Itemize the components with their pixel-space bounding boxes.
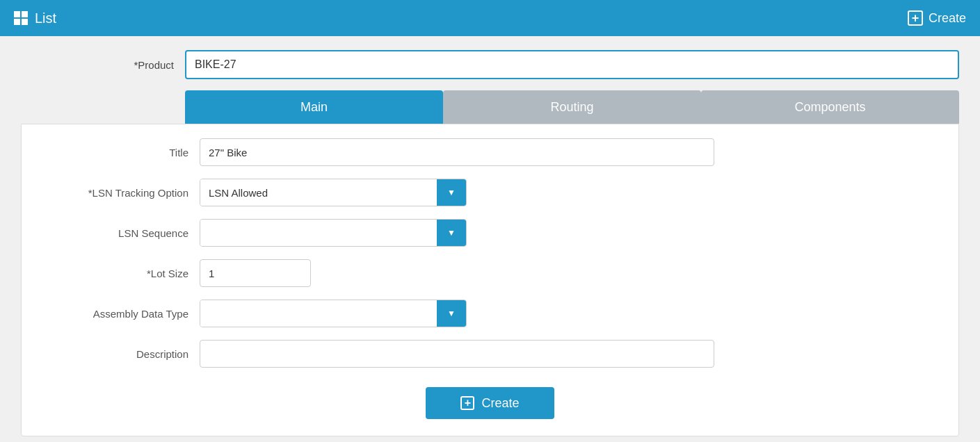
list-label: List (35, 10, 56, 26)
create-button[interactable]: + Create (426, 387, 554, 419)
lsn-tracking-value: LSN Allowed (200, 179, 437, 206)
create-plus-icon: + (460, 396, 474, 410)
create-button-label: Create (481, 396, 519, 411)
tabs-and-form: Main Routing Components Title *LSN Track… (21, 90, 959, 436)
description-input[interactable] (200, 340, 714, 368)
lot-size-row: *Lot Size (22, 259, 958, 287)
toolbar: List + Create (0, 0, 980, 36)
lsn-sequence-select[interactable] (200, 219, 467, 247)
lsn-sequence-value (200, 220, 437, 246)
assembly-data-type-select[interactable] (200, 300, 467, 327)
title-input[interactable] (200, 138, 714, 166)
toolbar-create-button[interactable]: + Create (908, 10, 966, 26)
assembly-data-type-label: Assembly Data Type (35, 308, 188, 320)
assembly-data-type-dropdown-icon[interactable] (437, 300, 466, 327)
lsn-tracking-select[interactable]: LSN Allowed (200, 179, 467, 206)
description-row: Description (22, 340, 958, 368)
lot-size-input[interactable] (200, 259, 311, 287)
description-label: Description (35, 348, 188, 360)
lsn-tracking-label: *LSN Tracking Option (35, 187, 188, 199)
lsn-sequence-label: LSN Sequence (35, 227, 188, 239)
assembly-data-type-value (200, 300, 437, 327)
tab-main[interactable]: Main (185, 90, 443, 124)
create-button-row: + Create (22, 380, 958, 422)
tab-routing[interactable]: Routing (443, 90, 701, 124)
list-nav[interactable]: List (14, 10, 56, 26)
tab-components[interactable]: Components (701, 90, 959, 124)
title-label: Title (35, 147, 188, 158)
form-section: Title *LSN Tracking Option LSN Allowed L… (21, 124, 959, 436)
toolbar-plus-icon: + (908, 10, 923, 26)
assembly-data-type-row: Assembly Data Type (22, 300, 958, 327)
product-label: *Product (21, 59, 174, 71)
lsn-sequence-dropdown-icon[interactable] (437, 220, 466, 246)
toolbar-create-label: Create (929, 11, 966, 26)
lot-size-label: *Lot Size (35, 268, 188, 279)
lsn-tracking-dropdown-icon[interactable] (437, 179, 466, 206)
product-input[interactable] (185, 50, 959, 79)
content-area: *Product Main Routing Components Title (0, 36, 980, 442)
lsn-tracking-row: *LSN Tracking Option LSN Allowed (22, 179, 958, 206)
product-row: *Product (21, 50, 959, 79)
grid-icon (14, 11, 28, 25)
tabs-container: Main Routing Components (185, 90, 959, 124)
lsn-sequence-row: LSN Sequence (22, 219, 958, 247)
app-container: List + Create *Product Main Routing Comp… (0, 0, 980, 442)
title-row: Title (22, 138, 958, 166)
